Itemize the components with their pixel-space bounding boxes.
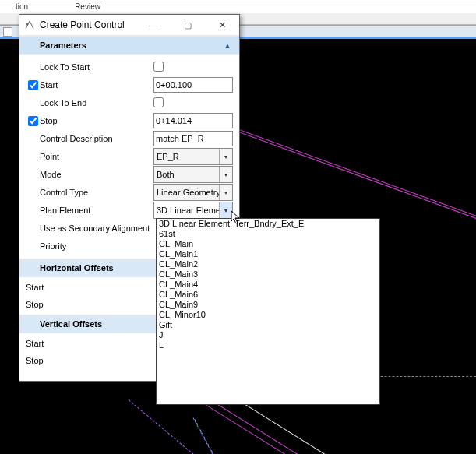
close-button[interactable]: ✕: [205, 15, 239, 35]
stop-enable-checkbox[interactable]: [28, 116, 38, 126]
minimize-button[interactable]: —: [136, 15, 171, 35]
dialog-title: Create Point Control: [40, 19, 136, 30]
label-use-secondary-alignment: Use as Secondary Alignment: [40, 223, 153, 233]
section-vertical-offsets-label: Vertical Offsets: [40, 319, 102, 329]
lock-to-end-checkbox[interactable]: [153, 97, 164, 107]
dropdown-item[interactable]: CL_Main2: [157, 259, 379, 269]
dropdown-item[interactable]: CL_Main3: [157, 269, 379, 280]
dropdown-item[interactable]: 61st: [157, 229, 379, 239]
label-mode: Mode: [40, 170, 153, 179]
section-parameters-label: Parameters: [40, 40, 86, 50]
chevron-down-icon: ▾: [219, 149, 232, 164]
label-control-description: Control Description: [40, 134, 153, 143]
mode-combo[interactable]: Both▾: [153, 166, 233, 183]
ribbon-tab-partial[interactable]: tion: [16, 2, 28, 11]
chevron-down-icon: ▾: [219, 167, 232, 182]
label-control-type: Control Type: [40, 188, 153, 197]
cad-line: [129, 399, 249, 454]
label-start: Start: [40, 80, 153, 90]
start-enable-checkbox[interactable]: [28, 80, 38, 90]
plan-element-dropdown-list[interactable]: 3D Linear Element: Terr_Bndry_Ext_E61stC…: [156, 218, 380, 405]
label-priority: Priority: [40, 241, 153, 251]
dialog-titlebar[interactable]: Create Point Control — ▢ ✕: [19, 15, 239, 36]
label-plan-element: Plan Element: [40, 206, 153, 215]
ribbon-tab-review[interactable]: Review: [75, 2, 100, 11]
control-type-combo-value: Linear Geometry: [157, 188, 220, 197]
label-h-offset-start: Start: [26, 283, 44, 292]
ribbon-tabstrip: tion Review: [0, 2, 476, 13]
control-description-input[interactable]: [153, 131, 233, 146]
section-horizontal-offsets-label: Horizontal Offsets: [40, 263, 114, 273]
dropdown-item[interactable]: CL_Main6: [157, 290, 379, 300]
mode-combo-value: Both: [157, 170, 175, 179]
label-lock-to-end: Lock To End: [40, 98, 153, 107]
plan-element-combo[interactable]: 3D Linear Element▾: [153, 202, 233, 219]
lock-to-start-checkbox[interactable]: [153, 62, 164, 72]
point-combo-value: EP_R: [157, 152, 179, 161]
dialog-icon: [24, 19, 35, 30]
chevron-down-icon: ▾: [219, 202, 232, 218]
dropdown-item[interactable]: CL_Main1: [157, 249, 379, 259]
maximize-button[interactable]: ▢: [171, 15, 205, 35]
dropdown-item[interactable]: 3D Linear Element: Terr_Bndry_Ext_E: [157, 219, 379, 229]
dropdown-item[interactable]: CL_Minor10: [157, 310, 379, 320]
point-combo[interactable]: EP_R▾: [153, 148, 233, 165]
dropdown-item[interactable]: L: [157, 340, 379, 350]
dropdown-item[interactable]: CL_Main4: [157, 280, 379, 290]
label-v-offset-start: Start: [26, 339, 44, 348]
svg-point-0: [26, 23, 29, 26]
stop-input[interactable]: [153, 113, 233, 128]
label-lock-to-start: Lock To Start: [40, 62, 153, 72]
collapse-icon: ▲: [224, 41, 231, 50]
dropdown-item[interactable]: J: [157, 330, 379, 340]
label-h-offset-stop: Stop: [26, 300, 44, 309]
label-point: Point: [40, 152, 153, 161]
dropdown-item[interactable]: Gift: [157, 320, 379, 330]
control-type-combo[interactable]: Linear Geometry▾: [153, 184, 233, 201]
section-parameters[interactable]: Parameters ▲: [19, 36, 239, 55]
label-stop: Stop: [40, 116, 153, 125]
start-input[interactable]: [153, 77, 233, 93]
chevron-down-icon: ▾: [219, 185, 232, 200]
label-v-offset-stop: Stop: [26, 356, 44, 365]
dropdown-item[interactable]: CL_Main: [157, 239, 379, 249]
plan-element-combo-value: 3D Linear Element: [157, 206, 227, 215]
dropdown-item[interactable]: CL_Main9: [157, 300, 379, 310]
